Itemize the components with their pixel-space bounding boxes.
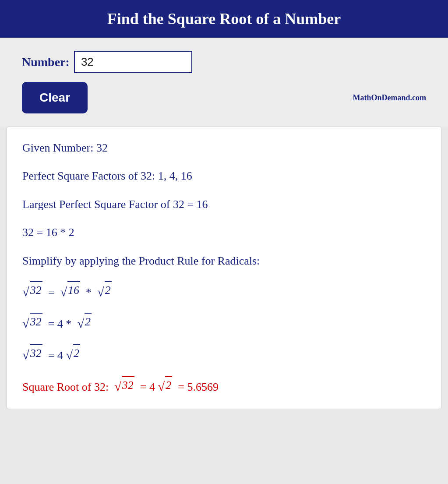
product-rule-label-line: Simplify by applying the Product Rule fo…	[22, 253, 426, 269]
perfect-square-factors-line: Perfect Square Factors of 32: 1, 4, 16	[22, 168, 426, 184]
page-wrapper: Find the Square Root of a Number Number:…	[0, 0, 448, 409]
final-result-line: Square Root of 32: √32 = 4 √2 = 5.6569	[22, 376, 426, 396]
number-row: Number:	[22, 51, 426, 73]
step2-line: √32 = 4 * √2	[22, 313, 426, 332]
clear-button[interactable]: Clear	[22, 82, 88, 113]
number-label: Number:	[22, 55, 70, 69]
page-header: Find the Square Root of a Number	[0, 0, 448, 38]
brand-text: MathOnDemand.com	[353, 93, 427, 102]
given-number-line: Given Number: 32	[22, 140, 426, 156]
largest-perfect-square-line: Largest Perfect Square Factor of 32 = 16	[22, 197, 426, 212]
factored-form-line: 32 = 16 * 2	[22, 225, 426, 240]
step1-line: √32 = √16 * √2	[22, 281, 426, 300]
page-title: Find the Square Root of a Number	[107, 10, 341, 28]
number-input[interactable]	[74, 51, 192, 73]
results-section: Given Number: 32 Perfect Square Factors …	[7, 127, 441, 409]
button-row: Clear MathOnDemand.com	[22, 82, 426, 113]
input-section: Number: Clear MathOnDemand.com	[0, 38, 448, 127]
step3-line: √32 = 4 √2	[22, 344, 426, 364]
